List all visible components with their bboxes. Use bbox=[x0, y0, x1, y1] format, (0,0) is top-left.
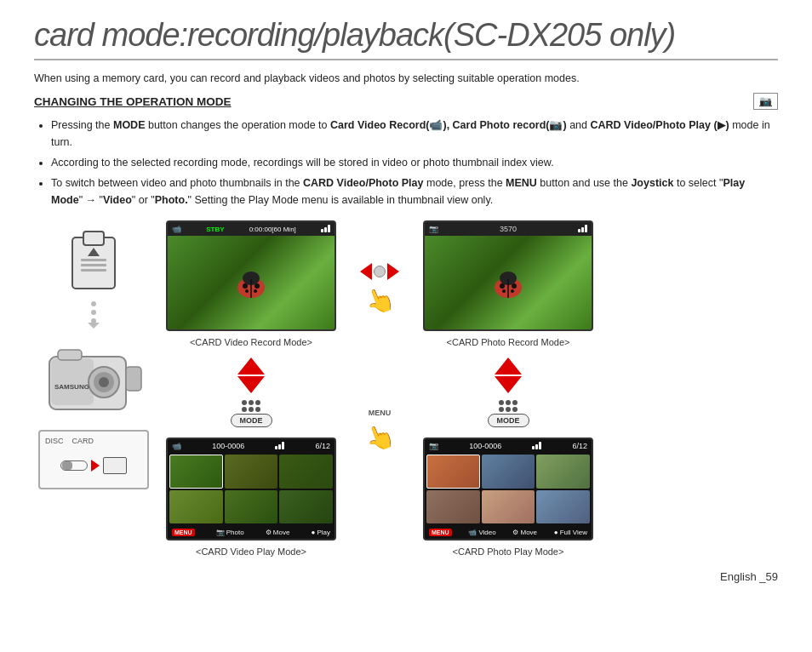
disc-label: DISC bbox=[45, 437, 64, 445]
mode-dot-4 bbox=[242, 407, 247, 412]
mode-dots-row1 bbox=[242, 400, 260, 405]
svg-point-30 bbox=[502, 289, 506, 293]
vp-signal bbox=[275, 442, 284, 449]
svg-rect-15 bbox=[126, 367, 141, 391]
video-play-bar: MENU 📷 Photo ⚙ Move ● Play bbox=[168, 525, 335, 539]
camera-illustration-col: SAMSUNG DISC CARD bbox=[34, 220, 153, 489]
bullet-3: To switch between video and photo thumbn… bbox=[51, 174, 778, 209]
vp-sig-3 bbox=[282, 442, 284, 449]
svg-marker-9 bbox=[88, 323, 100, 329]
pp-count: 6/12 bbox=[572, 442, 587, 450]
svg-point-23 bbox=[245, 289, 249, 293]
photo-move-label: Move bbox=[520, 529, 537, 536]
svg-point-24 bbox=[254, 289, 257, 293]
slot-labels: DISC CARD bbox=[45, 437, 94, 445]
horiz-arrows-top bbox=[360, 263, 399, 280]
switch-knob bbox=[62, 461, 72, 470]
video-record-header: 📹 STBY 0:00:00[60 Min] bbox=[168, 222, 335, 236]
photo-record-header: 📷 3570 bbox=[425, 222, 592, 236]
bullet-1: Pressing the MODE button changes the ope… bbox=[51, 117, 778, 151]
svg-rect-11 bbox=[51, 358, 94, 405]
bottom-menu-area: MENU 👆 bbox=[365, 409, 395, 452]
photo-play-bar: MENU 📹 Video ⚙ Move ● Full View bbox=[425, 525, 592, 539]
sig-bar-1 bbox=[321, 229, 323, 232]
svg-point-14 bbox=[99, 377, 109, 387]
photo-arrow-up bbox=[495, 357, 522, 375]
footer-text: English _59 bbox=[720, 570, 778, 583]
photo-play-caption: <CARD Photo Play Mode> bbox=[453, 546, 564, 557]
down-arrow-dots bbox=[81, 299, 106, 333]
svg-point-28 bbox=[500, 283, 505, 289]
pr-signal bbox=[578, 225, 587, 232]
slot-switch bbox=[60, 457, 127, 474]
fullview-label: Full View bbox=[560, 529, 587, 536]
mode-dot-1 bbox=[242, 400, 247, 405]
photo-mode-dot-6 bbox=[512, 407, 518, 412]
vp-sig-1 bbox=[275, 446, 277, 449]
photo-arrow-down bbox=[495, 376, 522, 393]
photo-num: 3570 bbox=[500, 225, 517, 233]
vp-label1: 100-0006 bbox=[212, 442, 244, 450]
video-record-screen: 📹 STBY 0:00:00[60 Min] bbox=[166, 220, 336, 331]
hand-icon-top: 👆 bbox=[361, 283, 398, 319]
photo-mode-button-box: MODE bbox=[488, 400, 529, 427]
video-bar-photo: 📷 Photo bbox=[216, 529, 244, 536]
pp-signal bbox=[532, 442, 541, 449]
page-footer: English _59 bbox=[34, 570, 778, 583]
photo-menu-btn[interactable]: MENU bbox=[429, 529, 452, 536]
photo-cell-1 bbox=[426, 455, 480, 489]
pp-batt bbox=[532, 442, 541, 451]
title-text: card mode:recording/playback(SC-DX205 on… bbox=[34, 17, 675, 53]
pp-label1: 100-0006 bbox=[469, 442, 501, 450]
menu-label-text: MENU bbox=[369, 409, 392, 417]
photo-mode-dot-5 bbox=[506, 407, 511, 412]
photo-record-screen: 📷 3570 bbox=[423, 220, 593, 331]
hand-icon-area-bottom: 👆 bbox=[365, 420, 395, 452]
video-bar-move: ⚙ Move bbox=[266, 529, 290, 536]
video-play-screen: 📹 100-0006 6/12 bbox=[166, 438, 336, 540]
photo-cell-6 bbox=[536, 490, 590, 524]
hand-icon-area-top: 👆 bbox=[360, 283, 399, 315]
svg-rect-16 bbox=[58, 350, 82, 360]
photo-mode-button[interactable]: MODE bbox=[488, 414, 529, 427]
move-bar-icon: ⚙ bbox=[266, 529, 272, 536]
photo-cell-4 bbox=[426, 490, 480, 524]
svg-point-22 bbox=[254, 283, 260, 289]
mode-dot-2 bbox=[249, 400, 254, 405]
video-bar-play: ● Play bbox=[312, 529, 330, 536]
video-menu-btn[interactable]: MENU bbox=[172, 529, 195, 536]
section-heading-text: CHANGING THE OPERATION MODE bbox=[34, 95, 232, 108]
stby-text: STBY bbox=[206, 226, 224, 233]
mode-button[interactable]: MODE bbox=[231, 414, 272, 427]
photo-bar-label: Photo bbox=[226, 529, 244, 536]
photo-play-screen: 📷 100-0006 6/12 bbox=[423, 438, 593, 540]
vp-sig-2 bbox=[278, 444, 281, 449]
photo-thumb-grid bbox=[425, 453, 592, 525]
photo-cell-2 bbox=[482, 455, 535, 489]
memory-card-icon bbox=[68, 229, 119, 290]
thumb-cell-4 bbox=[169, 490, 223, 524]
vp-batt bbox=[275, 442, 284, 451]
svg-rect-4 bbox=[81, 269, 106, 272]
signal-icon bbox=[321, 225, 330, 232]
photo-rec-icon: 📷 bbox=[429, 225, 438, 233]
thumb-cell-3 bbox=[279, 455, 333, 489]
photo-mode-switch bbox=[495, 357, 522, 393]
photo-cell-5 bbox=[482, 490, 535, 524]
svg-point-29 bbox=[512, 283, 517, 289]
video-play-caption: <CARD Video Play Mode> bbox=[196, 546, 306, 557]
menu-label: MENU bbox=[365, 409, 395, 417]
svg-rect-2 bbox=[81, 259, 106, 261]
photo-mode-dot-2 bbox=[506, 400, 511, 405]
svg-point-31 bbox=[511, 289, 514, 293]
camera-icon: SAMSUNG bbox=[43, 341, 145, 416]
mid-column: 📹 STBY 0:00:00[60 Min] bbox=[162, 220, 340, 557]
photo-mode-dots-row2 bbox=[499, 407, 518, 412]
diagram-area: SAMSUNG DISC CARD 📹 STBY 0:00:00[60 bbox=[34, 220, 778, 557]
video-record-content bbox=[168, 236, 335, 329]
footer-page: _59 bbox=[759, 570, 778, 583]
card-label: CARD bbox=[72, 437, 94, 445]
photo-play-header: 📷 100-0006 6/12 bbox=[425, 439, 592, 453]
photo-play-caption-text: <CARD Photo Play Mode> bbox=[453, 546, 564, 557]
video-bar-icon: 📹 bbox=[468, 529, 477, 536]
